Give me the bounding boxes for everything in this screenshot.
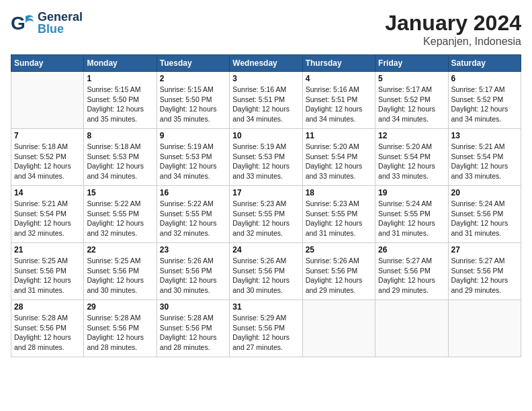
day-number: 11	[306, 131, 372, 140]
day-info: Sunrise: 5:27 AM Sunset: 5:56 PM Dayligh…	[451, 256, 518, 295]
day-number: 26	[378, 245, 445, 255]
month-title: January 2024	[385, 11, 521, 36]
week-row-2: 7Sunrise: 5:18 AM Sunset: 5:52 PM Daylig…	[11, 129, 521, 186]
logo: G General Blue	[11, 11, 83, 35]
day-number: 27	[451, 245, 518, 255]
day-number: 23	[160, 245, 226, 255]
day-info: Sunrise: 5:26 AM Sunset: 5:56 PM Dayligh…	[232, 256, 299, 295]
day-number: 4	[306, 74, 372, 83]
day-info: Sunrise: 5:17 AM Sunset: 5:52 PM Dayligh…	[378, 85, 445, 124]
day-number: 7	[14, 131, 81, 140]
calendar-cell: 2Sunrise: 5:15 AM Sunset: 5:50 PM Daylig…	[157, 72, 229, 129]
day-number: 3	[232, 74, 299, 83]
day-number: 2	[160, 74, 226, 83]
day-number: 15	[87, 188, 153, 197]
day-info: Sunrise: 5:19 AM Sunset: 5:53 PM Dayligh…	[232, 142, 299, 181]
day-number: 24	[232, 245, 299, 255]
col-header-saturday: Saturday	[448, 55, 521, 72]
logo-blue: Blue	[38, 22, 64, 36]
day-info: Sunrise: 5:19 AM Sunset: 5:53 PM Dayligh…	[160, 142, 226, 181]
day-number: 25	[306, 245, 372, 255]
col-header-tuesday: Tuesday	[157, 55, 229, 72]
svg-text:G: G	[11, 13, 26, 34]
calendar-cell: 29Sunrise: 5:28 AM Sunset: 5:56 PM Dayli…	[84, 300, 157, 357]
calendar-cell: 1Sunrise: 5:15 AM Sunset: 5:50 PM Daylig…	[84, 72, 157, 129]
day-number: 8	[87, 131, 153, 140]
day-info: Sunrise: 5:20 AM Sunset: 5:54 PM Dayligh…	[306, 142, 372, 181]
col-header-monday: Monday	[84, 55, 157, 72]
calendar-cell: 16Sunrise: 5:22 AM Sunset: 5:55 PM Dayli…	[157, 186, 229, 243]
calendar-cell: 9Sunrise: 5:19 AM Sunset: 5:53 PM Daylig…	[157, 129, 229, 186]
day-number: 29	[87, 302, 153, 312]
day-number: 14	[14, 188, 81, 197]
day-info: Sunrise: 5:24 AM Sunset: 5:56 PM Dayligh…	[451, 199, 518, 238]
day-info: Sunrise: 5:15 AM Sunset: 5:50 PM Dayligh…	[160, 85, 226, 124]
calendar-cell: 28Sunrise: 5:28 AM Sunset: 5:56 PM Dayli…	[11, 300, 84, 357]
day-info: Sunrise: 5:24 AM Sunset: 5:55 PM Dayligh…	[378, 199, 445, 238]
day-number: 1	[87, 74, 153, 83]
day-info: Sunrise: 5:17 AM Sunset: 5:52 PM Dayligh…	[451, 85, 518, 124]
day-info: Sunrise: 5:28 AM Sunset: 5:56 PM Dayligh…	[14, 313, 81, 353]
calendar-cell	[302, 300, 375, 357]
day-number: 17	[232, 188, 299, 197]
calendar-cell: 26Sunrise: 5:27 AM Sunset: 5:56 PM Dayli…	[375, 243, 448, 300]
day-number: 21	[14, 245, 81, 255]
day-info: Sunrise: 5:20 AM Sunset: 5:54 PM Dayligh…	[378, 142, 445, 181]
calendar-cell: 6Sunrise: 5:17 AM Sunset: 5:52 PM Daylig…	[448, 72, 521, 129]
day-info: Sunrise: 5:28 AM Sunset: 5:56 PM Dayligh…	[160, 313, 226, 353]
day-info: Sunrise: 5:28 AM Sunset: 5:56 PM Dayligh…	[87, 313, 153, 353]
title-block: January 2024 Kepanjen, Indonesia	[385, 11, 521, 48]
day-number: 31	[232, 302, 299, 312]
calendar-cell: 19Sunrise: 5:24 AM Sunset: 5:55 PM Dayli…	[375, 186, 448, 243]
week-row-3: 14Sunrise: 5:21 AM Sunset: 5:54 PM Dayli…	[11, 186, 521, 243]
day-number: 30	[160, 302, 226, 312]
calendar-cell: 7Sunrise: 5:18 AM Sunset: 5:52 PM Daylig…	[11, 129, 84, 186]
calendar-header-row: SundayMondayTuesdayWednesdayThursdayFrid…	[11, 55, 521, 72]
calendar-cell: 10Sunrise: 5:19 AM Sunset: 5:53 PM Dayli…	[230, 129, 302, 186]
calendar-cell	[448, 300, 521, 357]
col-header-wednesday: Wednesday	[230, 55, 302, 72]
calendar-cell	[375, 300, 448, 357]
day-info: Sunrise: 5:27 AM Sunset: 5:56 PM Dayligh…	[378, 256, 445, 295]
calendar-cell: 17Sunrise: 5:23 AM Sunset: 5:55 PM Dayli…	[230, 186, 302, 243]
day-info: Sunrise: 5:16 AM Sunset: 5:51 PM Dayligh…	[232, 85, 299, 124]
calendar-cell: 12Sunrise: 5:20 AM Sunset: 5:54 PM Dayli…	[375, 129, 448, 186]
day-number: 19	[378, 188, 445, 197]
location-title: Kepanjen, Indonesia	[385, 36, 521, 48]
calendar-cell: 15Sunrise: 5:22 AM Sunset: 5:55 PM Dayli…	[84, 186, 157, 243]
day-number: 13	[451, 131, 518, 140]
day-info: Sunrise: 5:18 AM Sunset: 5:52 PM Dayligh…	[14, 142, 81, 181]
page-header: G General Blue January 2024 Kepanjen, In…	[11, 11, 521, 48]
calendar-cell: 4Sunrise: 5:16 AM Sunset: 5:51 PM Daylig…	[302, 72, 375, 129]
logo-icon: G	[11, 11, 35, 35]
day-info: Sunrise: 5:16 AM Sunset: 5:51 PM Dayligh…	[306, 85, 372, 124]
calendar-cell: 27Sunrise: 5:27 AM Sunset: 5:56 PM Dayli…	[448, 243, 521, 300]
calendar-cell: 30Sunrise: 5:28 AM Sunset: 5:56 PM Dayli…	[157, 300, 229, 357]
day-number: 12	[378, 131, 445, 140]
day-number: 22	[87, 245, 153, 255]
calendar-cell: 13Sunrise: 5:21 AM Sunset: 5:54 PM Dayli…	[448, 129, 521, 186]
calendar-cell	[11, 72, 84, 129]
calendar-cell: 23Sunrise: 5:26 AM Sunset: 5:56 PM Dayli…	[157, 243, 229, 300]
day-info: Sunrise: 5:26 AM Sunset: 5:56 PM Dayligh…	[306, 256, 372, 295]
calendar-cell: 25Sunrise: 5:26 AM Sunset: 5:56 PM Dayli…	[302, 243, 375, 300]
day-info: Sunrise: 5:29 AM Sunset: 5:56 PM Dayligh…	[232, 313, 299, 353]
day-info: Sunrise: 5:23 AM Sunset: 5:55 PM Dayligh…	[232, 199, 299, 238]
col-header-friday: Friday	[375, 55, 448, 72]
logo-general: General	[38, 10, 83, 24]
day-info: Sunrise: 5:25 AM Sunset: 5:56 PM Dayligh…	[87, 256, 153, 295]
day-number: 9	[160, 131, 226, 140]
day-info: Sunrise: 5:22 AM Sunset: 5:55 PM Dayligh…	[87, 199, 153, 238]
calendar-cell: 11Sunrise: 5:20 AM Sunset: 5:54 PM Dayli…	[302, 129, 375, 186]
day-info: Sunrise: 5:26 AM Sunset: 5:56 PM Dayligh…	[160, 256, 226, 295]
col-header-sunday: Sunday	[11, 55, 84, 72]
calendar-table: SundayMondayTuesdayWednesdayThursdayFrid…	[11, 54, 521, 357]
calendar-cell: 14Sunrise: 5:21 AM Sunset: 5:54 PM Dayli…	[11, 186, 84, 243]
day-number: 10	[232, 131, 299, 140]
calendar-cell: 8Sunrise: 5:18 AM Sunset: 5:53 PM Daylig…	[84, 129, 157, 186]
col-header-thursday: Thursday	[302, 55, 375, 72]
day-info: Sunrise: 5:21 AM Sunset: 5:54 PM Dayligh…	[14, 199, 81, 238]
day-info: Sunrise: 5:22 AM Sunset: 5:55 PM Dayligh…	[160, 199, 226, 238]
week-row-4: 21Sunrise: 5:25 AM Sunset: 5:56 PM Dayli…	[11, 243, 521, 300]
day-number: 20	[451, 188, 518, 197]
